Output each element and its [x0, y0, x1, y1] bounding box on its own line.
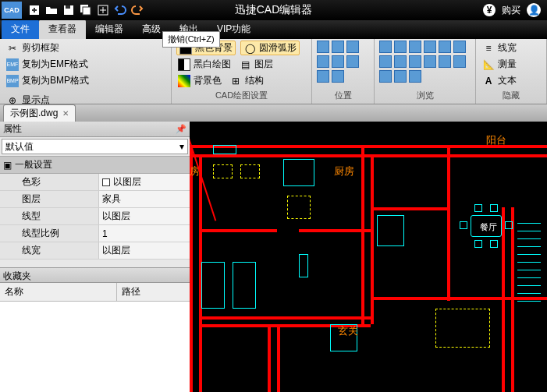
layer-button[interactable]: ▤图层	[237, 57, 275, 72]
document-tab[interactable]: 示例图.dwg ✕	[3, 104, 76, 122]
room-label: 玄关	[338, 324, 358, 338]
group-browse-label: 浏览	[379, 90, 471, 102]
svg-rect-2	[66, 5, 70, 9]
ruler-icon: 📐	[482, 58, 495, 71]
collapse-icon: ▣	[3, 160, 12, 171]
prop-row: 线型以图层	[0, 208, 190, 225]
tab-file[interactable]: 文件	[2, 19, 39, 39]
bmp-icon: BMP	[6, 75, 19, 87]
group-cad-label: CAD绘图设置	[176, 90, 307, 102]
tab-viewer[interactable]: 查看器	[39, 19, 86, 39]
browse-buttons[interactable]	[379, 41, 473, 83]
favorites-header: 收藏夹	[0, 267, 190, 283]
redo-icon[interactable]	[130, 2, 145, 18]
room-label: 餐厅	[480, 221, 497, 233]
default-combo[interactable]: 默认值▾	[2, 139, 188, 154]
cad-canvas[interactable]: 阳台 厨房 餐厅 玄关 房	[190, 122, 547, 392]
linewidth-button[interactable]: ≡线宽	[481, 41, 542, 55]
group-position-label: 位置	[317, 90, 369, 102]
new-icon[interactable]	[27, 2, 42, 18]
bw-icon	[178, 58, 190, 71]
room-label: 阳台	[486, 133, 506, 147]
bw-draw-button[interactable]: 黑白绘图	[176, 57, 233, 72]
prop-row: 线型比例1	[0, 225, 190, 242]
layer-icon: ▤	[239, 58, 251, 71]
prop-row: 线宽以图层	[0, 242, 190, 260]
copy-emf-button[interactable]: EMF复制为EMF格式	[5, 57, 166, 72]
color-swatch	[102, 178, 110, 186]
close-tab-icon[interactable]: ✕	[62, 109, 69, 118]
export-icon[interactable]	[95, 2, 111, 18]
room-label: 厨房	[334, 164, 354, 178]
ribbon: ✂剪切框架 EMF复制为EMF格式 BMP复制为BMP格式 ⊕显示点 🔍查找文字…	[0, 39, 547, 104]
measure-button[interactable]: 📐测量	[481, 57, 542, 72]
doc-name: 示例图.dwg	[10, 107, 58, 120]
app-title: 迅捷CAD编辑器	[235, 3, 313, 17]
buy-button[interactable]: 购买	[502, 4, 520, 17]
group-hide-label: 隐藏	[481, 90, 542, 102]
favorites-list[interactable]	[0, 302, 190, 392]
text-button[interactable]: A文本	[481, 73, 542, 88]
struct-button[interactable]: ⊞结构	[228, 73, 265, 88]
prop-row: 色彩以图层	[0, 174, 190, 191]
app-logo: CAD	[2, 2, 22, 19]
bgcolor-button[interactable]: 背景色	[176, 73, 223, 88]
color-icon	[178, 75, 190, 87]
scissors-icon: ✂	[6, 42, 19, 55]
linewidth-icon: ≡	[482, 42, 495, 55]
saveall-icon[interactable]	[78, 2, 94, 18]
open-icon[interactable]	[44, 2, 59, 18]
undo-tooltip: 撤销(Ctrl+Z)	[162, 31, 220, 48]
emf-icon: EMF	[6, 58, 19, 71]
fav-columns: 名称路径	[0, 283, 190, 302]
tab-editor[interactable]: 编辑器	[86, 19, 133, 39]
struct-icon: ⊞	[229, 75, 242, 87]
chevron-down-icon: ▾	[179, 141, 184, 152]
clip-frame-button[interactable]: ✂剪切框架	[5, 41, 166, 55]
svg-rect-4	[83, 7, 91, 15]
position-buttons[interactable]	[317, 41, 364, 83]
pin-icon[interactable]: 📌	[176, 124, 186, 134]
user-icon[interactable]: 👤	[527, 3, 541, 17]
arc-button[interactable]: ◯圆滑弧形	[240, 41, 300, 55]
undo-icon[interactable]	[112, 2, 128, 18]
coin-icon[interactable]: ¥	[483, 4, 495, 16]
text-icon: A	[482, 75, 495, 87]
properties-header: 属性📌	[0, 122, 190, 137]
general-group[interactable]: ▣一般设置	[0, 156, 190, 174]
save-icon[interactable]	[61, 2, 76, 18]
arc-icon: ◯	[243, 42, 256, 55]
copy-bmp-button[interactable]: BMP复制为BMP格式	[5, 73, 166, 88]
stairs	[517, 223, 547, 316]
prop-row: 图层家具	[0, 191, 190, 208]
